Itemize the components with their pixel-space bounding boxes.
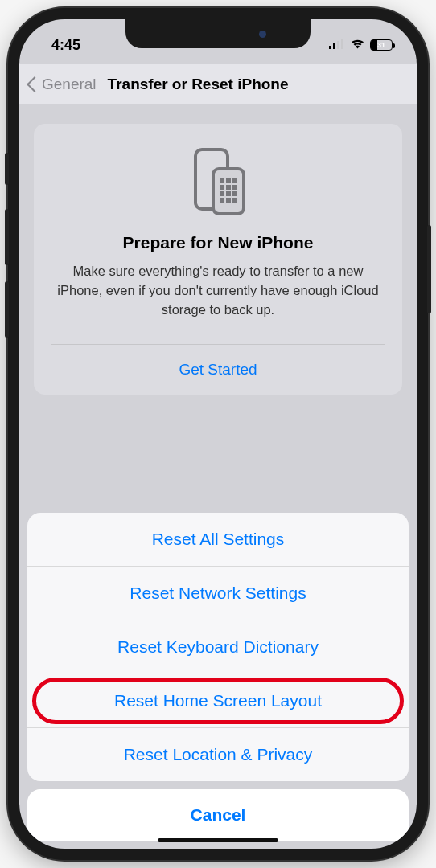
wifi-icon [350, 38, 365, 52]
svg-rect-3 [341, 39, 343, 49]
action-sheet-backdrop[interactable]: Reset All Settings Reset Network Setting… [19, 19, 417, 849]
status-right: 31 [329, 38, 393, 52]
camera-dot-icon [259, 31, 266, 38]
reset-keyboard-dictionary-item[interactable]: Reset Keyboard Dictionary [27, 620, 409, 674]
screen: 4:45 31 General Transfer [19, 19, 417, 849]
highlight-ring-icon [32, 678, 404, 724]
reset-all-settings-item[interactable]: Reset All Settings [27, 513, 409, 567]
cellular-icon [329, 38, 345, 52]
battery-percent: 31 [371, 41, 392, 49]
action-sheet: Reset All Settings Reset Network Setting… [27, 513, 409, 781]
svg-rect-1 [333, 43, 335, 49]
reset-location-privacy-item[interactable]: Reset Location & Privacy [27, 728, 409, 781]
svg-rect-0 [329, 46, 331, 49]
status-time: 4:45 [51, 37, 80, 54]
volume-down [5, 281, 9, 338]
volume-up [5, 209, 9, 265]
cancel-button[interactable]: Cancel [27, 789, 409, 841]
reset-home-screen-layout-item[interactable]: Reset Home Screen Layout [27, 674, 409, 728]
battery-icon: 31 [370, 39, 393, 51]
notch [125, 19, 311, 48]
power-button [427, 225, 431, 313]
reset-network-settings-item[interactable]: Reset Network Settings [27, 567, 409, 620]
phone-frame: 4:45 31 General Transfer [8, 8, 428, 860]
mute-switch [5, 153, 9, 185]
home-indicator[interactable] [158, 838, 278, 842]
svg-rect-2 [337, 41, 339, 49]
